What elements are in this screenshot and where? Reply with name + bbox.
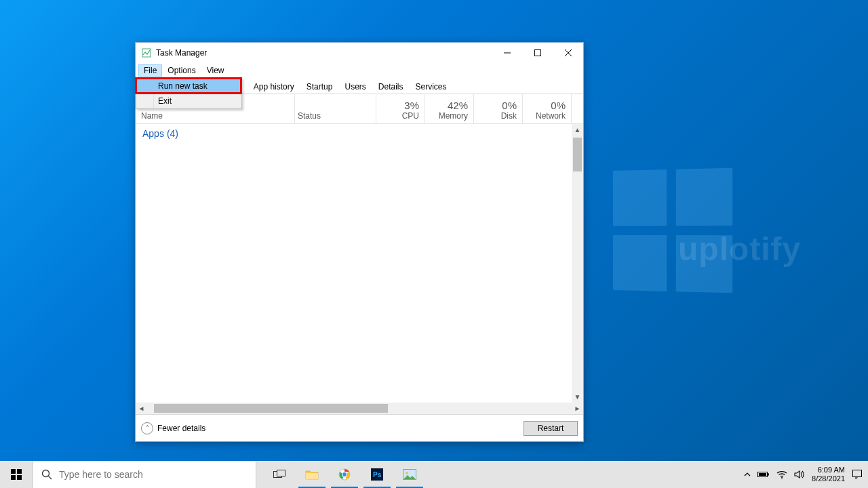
menu-options[interactable]: Options (162, 64, 201, 77)
scroll-thumb[interactable] (573, 138, 582, 171)
taskbar-chrome[interactable] (328, 461, 361, 488)
svg-point-5 (43, 470, 50, 477)
menu-file[interactable]: File (138, 64, 162, 77)
fewer-details-button[interactable]: ˄ Fewer details (141, 422, 205, 434)
svg-point-16 (406, 472, 408, 474)
file-dropdown-menu: Run new task Exit (136, 78, 242, 109)
svg-rect-0 (142, 49, 151, 57)
titlebar[interactable]: Task Manager (136, 43, 583, 63)
start-button[interactable] (0, 461, 33, 488)
task-manager-icon (141, 47, 152, 58)
svg-rect-19 (759, 473, 766, 476)
restart-button[interactable]: Restart (524, 421, 578, 436)
menu-item-run-new-task[interactable]: Run new task (136, 79, 241, 94)
tab-app-history[interactable]: App history (248, 79, 300, 94)
wifi-icon[interactable] (776, 470, 787, 479)
notifications-icon[interactable] (852, 469, 863, 480)
window-title: Task Manager (156, 48, 492, 58)
col-status[interactable]: Status (295, 94, 376, 123)
tab-users[interactable]: Users (338, 79, 372, 94)
search-placeholder: Type here to search (59, 469, 143, 480)
svg-rect-8 (277, 470, 285, 476)
task-view-button[interactable] (263, 461, 296, 488)
svg-rect-18 (768, 474, 769, 476)
col-memory[interactable]: 42%Memory (425, 94, 474, 123)
col-disk[interactable]: 0%Disk (474, 94, 523, 123)
svg-rect-9 (306, 473, 318, 479)
taskbar-photos[interactable] (393, 461, 426, 488)
svg-rect-2 (534, 50, 540, 56)
taskbar-file-explorer[interactable] (296, 461, 328, 488)
hscroll-thumb[interactable] (154, 404, 388, 413)
horizontal-scrollbar[interactable]: ◄ ► (136, 403, 583, 414)
svg-line-6 (49, 476, 52, 480)
taskbar-search[interactable]: Type here to search (33, 461, 256, 488)
col-network[interactable]: 0%Network (523, 94, 572, 123)
section-apps: Apps(4) (136, 124, 572, 143)
tab-details[interactable]: Details (372, 79, 410, 94)
svg-text:Ps: Ps (373, 471, 382, 479)
chevron-up-icon: ˄ (141, 422, 153, 434)
scroll-right-icon[interactable]: ► (572, 405, 583, 412)
watermark-text: uplotify (678, 230, 801, 268)
task-manager-window: Task Manager File Options View Run new t… (135, 42, 584, 442)
maximize-button[interactable] (522, 43, 553, 63)
footer: ˄ Fewer details Restart (136, 414, 583, 441)
scroll-left-icon[interactable]: ◄ (136, 405, 147, 412)
taskbar-clock[interactable]: 6:09 AM 8/28/2021 (812, 466, 845, 483)
svg-rect-21 (853, 470, 862, 477)
col-cpu[interactable]: 3%CPU (376, 94, 425, 123)
menu-item-exit[interactable]: Exit (136, 94, 241, 108)
close-button[interactable] (553, 43, 583, 63)
tab-startup[interactable]: Startup (300, 79, 339, 94)
taskbar-photoshop[interactable]: Ps (361, 461, 393, 488)
scroll-up-icon[interactable]: ▲ (572, 124, 583, 136)
menubar: File Options View Run new task Exit (136, 63, 583, 78)
system-tray: 6:09 AM 8/28/2021 (744, 466, 868, 483)
scroll-down-icon[interactable]: ▼ (572, 391, 583, 403)
search-icon (41, 469, 52, 480)
volume-icon[interactable] (794, 470, 805, 479)
minimize-button[interactable] (492, 43, 522, 63)
menu-view[interactable]: View (201, 64, 230, 77)
svg-point-12 (342, 472, 347, 477)
tab-services[interactable]: Services (410, 79, 453, 94)
taskbar: Type here to search Ps 6:09 AM 8/28/2021 (0, 461, 868, 488)
battery-icon[interactable] (757, 470, 770, 479)
tray-expand-icon[interactable] (744, 471, 751, 478)
svg-point-20 (781, 477, 783, 479)
process-list: Apps(4) (136, 124, 572, 403)
vertical-scrollbar[interactable]: ▲ ▼ (572, 124, 583, 403)
